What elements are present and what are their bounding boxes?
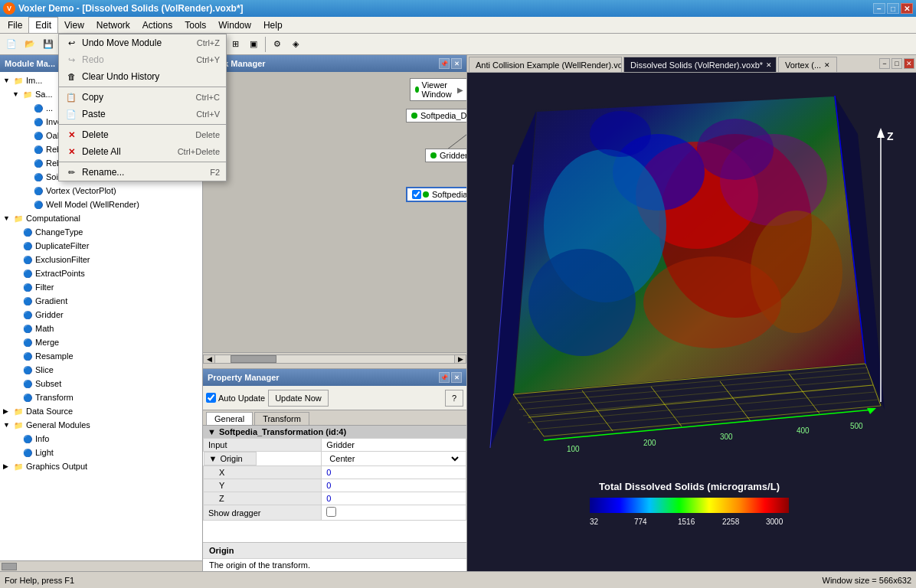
leaf-icon: 🔵 [21,391,34,403]
tree-item-resample[interactable]: 🔵 Resample [2,349,201,363]
menu-edit[interactable]: Edit [28,17,58,33]
scale-val-3: 1516 [678,518,695,526]
menu-rename[interactable]: ✏ Rename... F2 [59,164,226,181]
menu-delete[interactable]: ✕ Delete Delete [59,126,226,143]
prop-value-dragger[interactable] [322,505,466,521]
tree-item-slice[interactable]: 🔵 Slice [2,363,201,377]
tree-item-merge[interactable]: 🔵 Merge [2,335,201,349]
wm-node-softpedia-data[interactable]: Softpedia_Data ▶ [406,109,466,122]
mdi-max-btn[interactable]: □ [891,58,902,69]
leaf-icon: 🔵 [21,309,34,321]
tree-item-changetype[interactable]: 🔵 ChangeType [2,225,201,239]
menu-window[interactable]: Window [212,17,257,33]
menu-file[interactable]: File [2,17,28,33]
pm-tabs: General Transform [203,410,466,426]
auto-update-checkbox[interactable] [206,393,216,403]
dragger-checkbox[interactable] [326,507,336,517]
tree-item-datasource[interactable]: ▶ 📁 Data Source [2,404,201,418]
menu-delete-all[interactable]: ✕ Delete All Ctrl+Delete [59,143,226,160]
leaf-icon: 🔵 [21,226,34,238]
wm-node-gridder[interactable]: Gridder ▶ [425,149,466,162]
menu-clear-undo[interactable]: 🗑 Clear Undo History [59,68,226,85]
pm-pin-button[interactable]: 📌 [439,372,450,383]
menu-view[interactable]: View [58,17,90,33]
scroll-thumb[interactable] [2,563,17,570]
origin-select[interactable]: Center Custom [326,453,461,464]
wm-pin-button[interactable]: 📌 [439,58,450,69]
new-button[interactable]: 📄 [3,36,20,53]
save-button[interactable]: 💾 [40,36,57,53]
menu-copy[interactable]: 📋 Copy Ctrl+C [59,89,226,106]
menu-sep2 [59,124,226,125]
tree-item-generalmodules[interactable]: ▼ 📁 General Modules [2,418,201,432]
scroll-track[interactable] [215,354,454,364]
node-dot [430,152,437,158]
tree-label: Im... [26,76,42,85]
tree-item-gradient[interactable]: 🔵 Gradient [2,294,201,308]
tree-label: Slice [35,365,54,374]
tree-item-duplicatefilter[interactable]: 🔵 DuplicateFilter [2,239,201,253]
work-canvas[interactable]: Viewer Window ▶ Softpedia_Data ▶ [203,72,466,352]
tree-item-light[interactable]: 🔵 Light [2,446,201,459]
work-manager-scrollbar-h[interactable]: ◀ ▶ [203,352,466,364]
extra-button[interactable]: ◈ [287,36,304,53]
mdi-close-btn[interactable]: ✕ [904,58,914,69]
menu-actions[interactable]: Actions [136,17,178,33]
tree-scrollbar[interactable] [0,560,202,571]
maximize-button[interactable]: □ [887,3,899,14]
tab-general[interactable]: General [206,412,253,425]
menu-undo[interactable]: ↩ Undo Move Module Ctrl+Z [59,34,226,51]
tree-item-transform[interactable]: 🔵 Transform [2,390,201,404]
scroll-thumb[interactable] [231,355,276,363]
tab-bar: Anti Collision Example (WellRender).voxb… [467,55,878,72]
table-row-x: X 0 [204,466,466,479]
tree-item-filter[interactable]: 🔵 Filter [2,280,201,294]
tab-close-icon[interactable]: ✕ [766,61,772,69]
help-button[interactable]: ? [445,390,463,407]
grid-button[interactable]: ⊞ [227,36,244,53]
tab-transform[interactable]: Transform [254,412,309,425]
tree-item-gridder[interactable]: 🔵 Gridder [2,308,201,322]
view-canvas[interactable]: Z 100 200 300 400 500 Total Dissolved So… [467,73,916,571]
render-button[interactable]: ▣ [245,36,262,53]
tree-item-math[interactable]: 🔵 Math [2,322,201,335]
tab-dissolved[interactable]: Dissolved Solids (VolRender).voxb* ✕ [623,57,777,72]
tab-vortex[interactable]: Vortex (... ✕ [778,57,837,72]
tree-item-computational[interactable]: ▼ 📁 Computational [2,211,201,225]
paste-label: Paste [82,109,106,119]
tree-item-vortex[interactable]: 🔵 Vortex (VectorPlot) [2,184,201,198]
tree-item-subset[interactable]: 🔵 Subset [2,377,201,390]
tree-item-wellmodel[interactable]: 🔵 Well Model (WellRender) [2,198,201,211]
wm-node-viewer[interactable]: Viewer Window ▶ [410,78,466,101]
wm-node-transformation[interactable]: Softpedia_Transformation ▶ [406,187,466,202]
property-manager-title: Property Manager [208,373,280,382]
leaf-icon: 🔵 [21,336,34,348]
tree-item-exclusionfilter[interactable]: 🔵 ExclusionFilter [2,253,201,266]
node-checkbox[interactable] [412,190,421,199]
minimize-button[interactable]: − [873,3,885,14]
close-button[interactable]: ✕ [901,3,913,14]
tree-item-info[interactable]: 🔵 Info [2,432,201,446]
menu-paste[interactable]: 📄 Paste Ctrl+V [59,106,226,122]
tab-anticollision[interactable]: Anti Collision Example (WellRender).voxb… [469,57,622,72]
tree-item-graphicsoutput[interactable]: ▶ 📁 Graphics Output [2,459,201,473]
scroll-left-btn[interactable]: ◀ [203,354,215,364]
rename-shortcut: F2 [210,168,220,177]
menu-tools[interactable]: Tools [178,17,212,33]
update-now-button[interactable]: Update Now [268,390,329,407]
pm-close-button[interactable]: ✕ [451,372,462,383]
tree-item-extractpoints[interactable]: 🔵 ExtractPoints [2,266,201,280]
prop-value-origin[interactable]: Center Custom [322,452,466,466]
tab-close-icon[interactable]: ✕ [824,61,830,69]
open-button[interactable]: 📂 [21,36,38,53]
auto-update-label[interactable]: Auto Update [206,393,265,403]
settings-button[interactable]: ⚙ [269,36,286,53]
menu-help[interactable]: Help [257,17,289,33]
tree-label: Resample [35,351,74,361]
menu-network[interactable]: Network [90,17,136,33]
pm-property-table: Input Gridder ▼Origin Center Custom [203,438,466,521]
scroll-right-btn[interactable]: ▶ [454,354,466,364]
wm-close-button[interactable]: ✕ [451,58,462,69]
leaf-icon: 🔵 [21,446,34,459]
mdi-min-btn[interactable]: − [879,58,890,69]
